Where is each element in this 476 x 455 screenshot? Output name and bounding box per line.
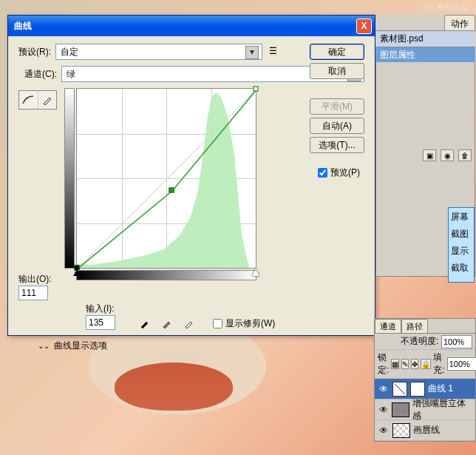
help-item[interactable]: 截图 <box>451 228 472 240</box>
layer-name: 画唇线 <box>413 424 440 437</box>
help-item[interactable]: 屏幕 <box>451 211 472 223</box>
input-input[interactable] <box>86 315 115 330</box>
curves-dialog: 曲线 X 预设(R): 自定 ☰ 通道(C): 绿 <box>7 15 375 336</box>
options-button[interactable]: 选项(T)... <box>310 137 364 153</box>
preview-checkbox[interactable] <box>318 168 327 178</box>
fill-label: 填充: <box>433 351 444 377</box>
help-item[interactable]: 截取 <box>451 262 472 274</box>
help-item[interactable]: 显示 <box>451 245 472 257</box>
fill-input[interactable] <box>447 357 476 371</box>
white-eyedropper-icon[interactable] <box>182 316 197 331</box>
dialog-title: 曲线 <box>14 20 356 33</box>
tab-paths[interactable]: 路径 <box>401 319 428 333</box>
curve-display-options-toggle[interactable]: ⌄⌄ 曲线显示选项 <box>38 340 107 352</box>
show-clip-checkbox[interactable] <box>213 319 222 328</box>
curve-tool-icon[interactable] <box>19 91 38 109</box>
lock-paint-icon[interactable]: ✎ <box>401 359 409 369</box>
chevron-down-icon: ⌄⌄ <box>38 342 50 350</box>
black-eyedropper-icon[interactable] <box>137 316 152 331</box>
layer-attributes-header[interactable]: 图层属性 <box>375 47 475 62</box>
layer-name: 曲线 1 <box>428 382 453 395</box>
disclosure-label: 曲线显示选项 <box>54 340 107 352</box>
close-button[interactable]: X <box>356 18 372 34</box>
auto-button[interactable]: 自动(A) <box>310 118 364 134</box>
visibility-icon[interactable]: 👁 <box>378 404 389 416</box>
preset-label: 预设(R): <box>18 46 51 58</box>
titlebar[interactable]: 曲线 X <box>8 16 375 36</box>
preset-select[interactable]: 自定 <box>55 44 262 60</box>
tab-channels[interactable]: 通道 <box>375 319 401 333</box>
panel-icon-1[interactable]: ▣ <box>423 149 436 161</box>
output-gradient <box>64 88 75 269</box>
cancel-button[interactable]: 取消 <box>310 63 364 79</box>
curve-line <box>77 89 257 269</box>
layer-thumb <box>392 402 409 417</box>
layer-row[interactable]: 👁 画唇线 <box>375 420 475 441</box>
black-point-slider[interactable] <box>73 269 81 276</box>
curve-anchor-end[interactable] <box>254 87 259 92</box>
opacity-label: 不透明度: <box>401 335 438 348</box>
layers-panel: 通道 路径 不透明度: 锁定: ▦ ✎ ✥ 🔒 填充: 👁 曲线 1 👁 增强嘴… <box>374 318 476 442</box>
preview-label: 预览(P) <box>330 166 360 179</box>
channel-value: 绿 <box>67 68 75 81</box>
layer-thumb <box>392 423 410 438</box>
svg-line-0 <box>77 89 257 269</box>
smooth-button: 平滑(M) <box>310 98 364 115</box>
mask-thumb <box>410 382 425 397</box>
visibility-icon[interactable]: 👁 <box>378 425 390 437</box>
panel-icon-2[interactable]: ◉ <box>441 149 454 161</box>
trash-icon[interactable]: 🗑 <box>458 149 472 161</box>
pencil-tool-icon[interactable] <box>38 91 57 109</box>
layer-name: 增强嘴唇立体感 <box>412 397 472 422</box>
white-point-slider[interactable] <box>252 269 259 276</box>
lock-move-icon[interactable]: ✥ <box>411 359 418 369</box>
ok-button[interactable]: 确定 <box>310 44 364 60</box>
curve-graph[interactable] <box>76 88 256 269</box>
lock-label: 锁定: <box>378 351 389 377</box>
preset-menu-icon[interactable]: ☰ <box>267 46 279 58</box>
lock-all-icon[interactable]: 🔒 <box>421 359 431 369</box>
channel-label: 通道(C): <box>24 68 57 81</box>
output-input[interactable] <box>18 286 48 300</box>
help-popup: 屏幕 截图 显示 截取 <box>448 207 475 283</box>
show-clip-label: 显示修剪(W) <box>225 317 275 330</box>
preset-value: 自定 <box>61 46 78 58</box>
lock-pixels-icon[interactable]: ▦ <box>391 359 399 369</box>
opacity-input[interactable] <box>441 335 472 348</box>
tab-actions[interactable]: 动作 <box>444 15 475 30</box>
visibility-icon[interactable]: 👁 <box>378 383 390 395</box>
layer-row[interactable]: 👁 增强嘴唇立体感 <box>375 400 475 420</box>
document-name-row[interactable]: 素材图.psd <box>375 31 475 47</box>
curve-tool-toggle[interactable] <box>18 90 57 109</box>
input-label: 输入(I): <box>86 303 115 315</box>
adjustment-thumb <box>392 382 407 397</box>
curve-anchor-point[interactable] <box>169 187 174 192</box>
gray-eyedropper-icon[interactable] <box>160 316 174 331</box>
input-gradient[interactable] <box>76 270 256 280</box>
output-label: 输出(O): <box>18 273 52 286</box>
watermark-text: PS 教程论坛 <box>423 1 469 13</box>
